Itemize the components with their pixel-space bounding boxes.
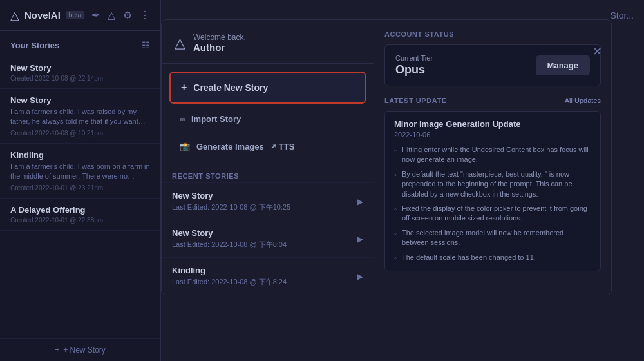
import-icon: ⎓: [180, 114, 185, 124]
recent-story-item[interactable]: Kindling Last Edited: 2022-10-08 @ 下午8:2…: [162, 257, 374, 295]
your-stories-header: Your Stories ☷: [0, 31, 160, 57]
sidebar-icons: ✒ △ ⚙ ⋮: [91, 9, 150, 21]
welcome-sub: Welcome back,: [193, 33, 246, 42]
modal-actions: + Create New Story ⎓ Import Story 📸 Gene…: [162, 64, 374, 167]
your-stories-label: Your Stories: [10, 41, 59, 50]
modal-right-panel: Account Status Current Tier Opus Manage …: [374, 20, 611, 295]
bullet-icon: ◦: [394, 253, 397, 263]
update-item: ◦ By default the text "masterpiece, best…: [394, 170, 591, 199]
account-status-label: Account Status: [384, 30, 601, 38]
rs-title: New Story: [172, 228, 287, 238]
update-item: ◦ The selected image model will now be r…: [394, 228, 591, 248]
recent-stories-list: New Story Last Edited: 2022-10-08 @ 下午10…: [162, 182, 374, 295]
story-date: Created 2022-10-01 @ 23:21pm: [10, 184, 150, 191]
stories-link[interactable]: Stor...: [610, 10, 634, 21]
chevron-right-icon: ▶: [357, 235, 363, 244]
beta-badge: beta: [66, 11, 84, 19]
plus-icon: +: [181, 82, 187, 93]
latest-update-header: Latest Update All Updates: [384, 97, 601, 104]
rs-date: Last Edited: 2022-10-08 @ 下午10:25: [172, 202, 290, 212]
plus-icon: +: [55, 346, 59, 355]
create-story-label: Create New Story: [193, 83, 268, 93]
import-story-label: Import Story: [191, 114, 241, 124]
menu-icon[interactable]: ⋮: [140, 9, 150, 21]
import-story-button[interactable]: ⎓ Import Story: [169, 106, 366, 132]
create-new-story-button[interactable]: + Create New Story: [169, 72, 366, 104]
image-icon: 📸: [180, 142, 190, 151]
latest-update-label: Latest Update: [384, 97, 447, 104]
chevron-right-icon: ▶: [357, 272, 363, 281]
new-story-label: + New Story: [63, 346, 106, 355]
recent-story-item[interactable]: New Story Last Edited: 2022-10-08 @ 下午10…: [162, 182, 374, 220]
update-item: ◦ Fixed the display of the color picker …: [394, 204, 591, 224]
rs-title: Kindling: [172, 266, 287, 275]
tier-info: Current Tier Opus: [395, 54, 433, 77]
tier-card: Current Tier Opus Manage: [384, 44, 601, 86]
manage-button[interactable]: Manage: [536, 55, 590, 75]
sidebar-story-item[interactable]: Kindling I am a farmer's child. I was bo…: [0, 144, 160, 199]
logo-icon: △: [10, 8, 19, 23]
welcome-name: Author: [193, 42, 246, 53]
bullet-icon: ◦: [394, 170, 397, 199]
modal-close-button[interactable]: ✕: [592, 44, 602, 59]
update-item-text: The default scale has been changed to 11…: [402, 253, 536, 263]
story-title: A Delayed Offering: [10, 205, 150, 215]
story-date: Created 2022-10-01 @ 22:38pm: [10, 217, 150, 224]
story-excerpt: I am a farmer's child. I was born on a f…: [10, 162, 150, 182]
sidebar-header: △ NovelAI beta ✒ △ ⚙ ⋮: [0, 0, 160, 31]
rs-title: New Story: [172, 191, 290, 200]
sidebar: △ NovelAI beta ✒ △ ⚙ ⋮ Your Stories ☷ Ne…: [0, 0, 161, 361]
sidebar-story-item[interactable]: A Delayed Offering Created 2022-10-01 @ …: [0, 199, 160, 231]
tts-link[interactable]: ➚ TTS: [270, 142, 295, 151]
all-updates-link[interactable]: All Updates: [565, 97, 601, 104]
sidebar-story-item[interactable]: New Story Created 2022-10-08 @ 22:14pm: [0, 57, 160, 89]
new-story-button[interactable]: + + New Story: [0, 338, 160, 361]
update-item: ◦ The default scale has been changed to …: [394, 253, 591, 263]
update-card: Minor Image Generation Update 2022-10-06…: [384, 111, 601, 271]
welcome-text: Welcome back, Author: [193, 33, 246, 53]
modal: ✕ △ Welcome back, Author + Create New St…: [161, 19, 612, 295]
bullet-icon: ◦: [394, 229, 397, 248]
recent-story-info: New Story Last Edited: 2022-10-08 @ 下午8:…: [172, 228, 287, 249]
feather-icon[interactable]: ✒: [91, 9, 100, 21]
story-date: Created 2022-10-08 @ 10:21pm: [10, 130, 150, 137]
update-title: Minor Image Generation Update: [394, 119, 591, 129]
update-date: 2022-10-06: [394, 131, 591, 139]
rs-date: Last Edited: 2022-10-08 @ 下午8:04: [172, 240, 287, 249]
update-item-text: The selected image model will now be rem…: [402, 228, 591, 248]
tier-name: Opus: [395, 63, 433, 77]
tts-label: TTS: [279, 142, 295, 151]
modal-logo-icon: △: [175, 35, 185, 52]
gear-icon[interactable]: ⚙: [123, 9, 132, 21]
update-item-text: By default the text "masterpiece, best q…: [402, 170, 591, 199]
story-title: New Story: [10, 95, 150, 105]
modal-welcome: △ Welcome back, Author: [162, 20, 374, 64]
external-link-icon: ➚: [270, 142, 276, 151]
update-items-list: ◦ Hitting enter while the Undesired Cont…: [394, 145, 591, 263]
bullet-icon: ◦: [394, 204, 397, 224]
update-item-text: Hitting enter while the Undesired Conten…: [402, 145, 591, 165]
recent-story-info: New Story Last Edited: 2022-10-08 @ 下午10…: [172, 191, 290, 212]
gen-images-left: 📸 Generate Images: [180, 142, 264, 151]
sidebar-story-item[interactable]: New Story I am a farmer's child. I was r…: [0, 89, 160, 144]
tier-sub-label: Current Tier: [395, 54, 433, 62]
modal-left-panel: △ Welcome back, Author + Create New Stor…: [162, 20, 374, 295]
generate-images-button[interactable]: 📸 Generate Images ➚ TTS: [169, 134, 366, 159]
story-date: Created 2022-10-08 @ 22:14pm: [10, 75, 150, 82]
generate-images-label: Generate Images: [196, 142, 264, 151]
recent-story-item[interactable]: New Story Last Edited: 2022-10-08 @ 下午8:…: [162, 220, 374, 257]
story-title: New Story: [10, 63, 150, 73]
person-icon[interactable]: △: [108, 9, 115, 21]
logo-text: NovelAI: [24, 10, 61, 21]
recent-stories-label: Recent Stories: [162, 167, 374, 182]
story-excerpt: I am a farmer's child. I was raised by m…: [10, 107, 150, 127]
update-item: ◦ Hitting enter while the Undesired Cont…: [394, 145, 591, 165]
story-title: Kindling: [10, 150, 150, 160]
rs-date: Last Edited: 2022-10-08 @ 下午8:24: [172, 277, 287, 287]
chevron-right-icon: ▶: [357, 197, 363, 206]
bullet-icon: ◦: [394, 146, 397, 165]
recent-story-info: Kindling Last Edited: 2022-10-08 @ 下午8:2…: [172, 266, 287, 287]
update-item-text: Fixed the display of the color picker to…: [402, 204, 591, 224]
stories-list: New Story Created 2022-10-08 @ 22:14pm N…: [0, 57, 160, 338]
filter-icon[interactable]: ☷: [142, 40, 150, 50]
